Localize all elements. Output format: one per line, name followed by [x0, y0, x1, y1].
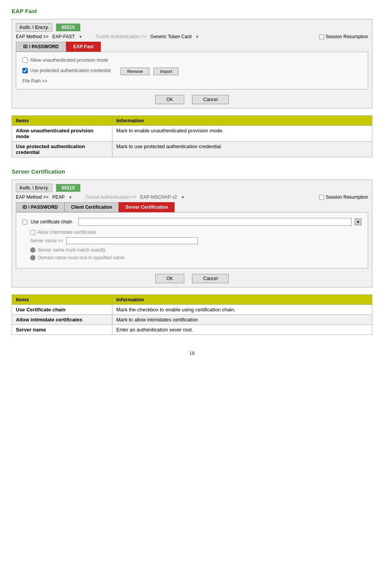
server-cert-tab-bar: ID \ PASSWORD Client Certification Serve…: [16, 202, 368, 212]
remove-button[interactable]: Remove: [121, 68, 150, 75]
server-session-resumption-group: Session Resumption: [319, 194, 368, 200]
tab-server-cert[interactable]: Server Certification: [119, 202, 175, 212]
allow-intermidate-row: Allow intermidate certificates: [30, 230, 362, 235]
domain-name-label: Domain name must end in specified name: [38, 255, 124, 260]
eap-fast-tab-bar: ID \ PASSWORD EAP Fast: [16, 42, 368, 52]
allow-intermidate-label: Allow intermidate certificates: [37, 230, 96, 235]
server-auth-encry-label: Auth. \ Encry.: [16, 184, 52, 192]
ok-button-eap[interactable]: OK: [155, 95, 184, 104]
session-resumption-group: Session Resumption: [319, 34, 368, 39]
dialog-header-row: Auth. \ Encry. 8021X: [16, 23, 368, 32]
server-table-col1-header: Items: [12, 295, 112, 305]
use-protected-row: Use protected authentication credential …: [22, 66, 362, 75]
server-session-resumption-checkbox[interactable]: [319, 195, 324, 200]
allow-unauth-checkbox[interactable]: [22, 57, 28, 63]
server-tunnel-auth-label: Tunnel Authentication >>: [85, 194, 136, 200]
import-remove-row: Remove Import: [121, 68, 178, 75]
use-protected-label: Use protected authentication credential: [30, 68, 110, 73]
table-col1-header: Items: [12, 116, 112, 126]
cancel-button-server[interactable]: Cancel: [192, 274, 229, 283]
eap-fast-title: EAP Fast: [12, 8, 372, 14]
tab-id-password[interactable]: ID \ PASSWORD: [16, 42, 66, 52]
server-match-radio-icon: ●: [30, 247, 36, 253]
file-path-row: File Path >>: [22, 78, 362, 84]
eap-method-value: EAP-FAST: [53, 34, 75, 39]
cancel-button-eap[interactable]: Cancel: [192, 95, 229, 104]
table-row: Mark to use protected authentication cre…: [112, 142, 372, 157]
server-session-resumption-label: Session Resumption: [326, 194, 368, 200]
use-cert-chain-checkbox[interactable]: [22, 220, 27, 225]
tunnel-auth-label: Tunnel Authentication >>: [95, 34, 146, 39]
server-cert-inner-panel: Use certificate chain ▼ Allow intermidat…: [16, 212, 368, 269]
server-eap-method-value: PEAP: [53, 194, 65, 200]
page-number: 18: [189, 350, 195, 356]
badge-8021x: 8021X: [56, 24, 80, 31]
tab-eap-fast[interactable]: EAP Fast: [66, 42, 101, 52]
server-table-col2-header: Information: [112, 295, 372, 305]
server-name-match-row: ● Server name must match exactly: [30, 247, 362, 253]
table-row: Mark the checkbox to enable using certif…: [112, 305, 372, 315]
server-cert-button-row: OK Cancel: [16, 274, 368, 283]
server-cert-dialog: Auth. \ Encry. 8021X EAP Method >> PEAP …: [12, 179, 372, 287]
table-row: Mark to allow intimidates certification: [112, 315, 372, 325]
eap-fast-info-table: Items Information Allow unauthenticated …: [12, 115, 372, 157]
import-button[interactable]: Import: [153, 68, 178, 75]
tab-id-password-server[interactable]: ID \ PASSWORD: [16, 202, 65, 212]
server-badge-8021x: 8021X: [56, 184, 80, 192]
table-col2-header: Information: [112, 116, 372, 126]
eap-fast-inner-panel: Allow unauthenticated provision mode Use…: [16, 52, 368, 90]
allow-intermidate-checkbox[interactable]: [30, 230, 35, 235]
server-eap-method-label: EAP Method >>: [16, 194, 49, 200]
use-protected-checkbox[interactable]: [22, 68, 28, 73]
server-eap-method-arrow[interactable]: ▼: [69, 195, 73, 199]
tunnel-auth-arrow[interactable]: ▼: [195, 35, 199, 39]
server-name-label: Server name >>: [30, 238, 63, 243]
server-cert-info-table: Items Information Use Certificate chainM…: [12, 294, 372, 335]
table-row: Enter an authentication sever root.: [112, 325, 372, 335]
table-row: Allow intimidate certificates: [12, 315, 112, 325]
allow-unauth-label: Allow unauthenticated provision mode: [30, 57, 108, 63]
tab-client-cert[interactable]: Client Certification: [65, 202, 119, 212]
auth-encry-label: Auth. \ Encry.: [16, 23, 52, 32]
allow-unauth-row: Allow unauthenticated provision mode: [22, 57, 362, 63]
eap-method-row: EAP Method >> EAP-FAST ▼ Tunnel Authenti…: [16, 34, 368, 39]
eap-method-arrow[interactable]: ▼: [79, 35, 83, 39]
server-tunnel-auth-value: EAP-MSCHAP v2: [140, 194, 177, 200]
eap-fast-button-row: OK Cancel: [16, 95, 368, 104]
server-name-input[interactable]: [66, 237, 198, 244]
cert-chain-dropdown[interactable]: ▼: [355, 218, 362, 225]
session-resumption-checkbox[interactable]: [319, 34, 324, 39]
table-row: Allow unauthenticated provision mode: [12, 126, 112, 142]
server-cert-title: Server Certification: [12, 168, 372, 175]
table-row: Use protected authentication credential: [12, 142, 112, 157]
eap-fast-dialog: Auth. \ Encry. 8021X EAP Method >> EAP-F…: [12, 19, 372, 108]
server-tunnel-auth-arrow[interactable]: ▼: [181, 195, 185, 199]
use-cert-chain-row: Use certificate chain ▼: [22, 218, 362, 226]
use-cert-chain-label: Use certificate chain: [31, 219, 72, 225]
server-dialog-header-row: Auth. \ Encry. 8021X: [16, 184, 368, 192]
ok-button-server[interactable]: OK: [155, 274, 184, 283]
domain-name-radio-icon: ●: [30, 255, 36, 260]
server-name-match-label: Server name must match exactly: [38, 247, 105, 253]
table-row: Mark to enable unauthenticated provision…: [112, 126, 372, 142]
table-row: Server name: [12, 325, 112, 335]
server-eap-method-row: EAP Method >> PEAP ▼ Tunnel Authenticati…: [16, 194, 368, 200]
server-name-row: Server name >>: [30, 237, 362, 244]
eap-method-label: EAP Method >>: [16, 34, 49, 39]
session-resumption-label: Session Resumption: [326, 34, 368, 39]
file-path-label: File Path >>: [22, 78, 48, 84]
page-footer: 18: [12, 350, 372, 356]
domain-name-row: ● Domain name must end in specified name: [30, 255, 362, 260]
tunnel-auth-value: Generic Token Card: [150, 34, 192, 39]
table-row: Use Certificate chain: [12, 305, 112, 315]
